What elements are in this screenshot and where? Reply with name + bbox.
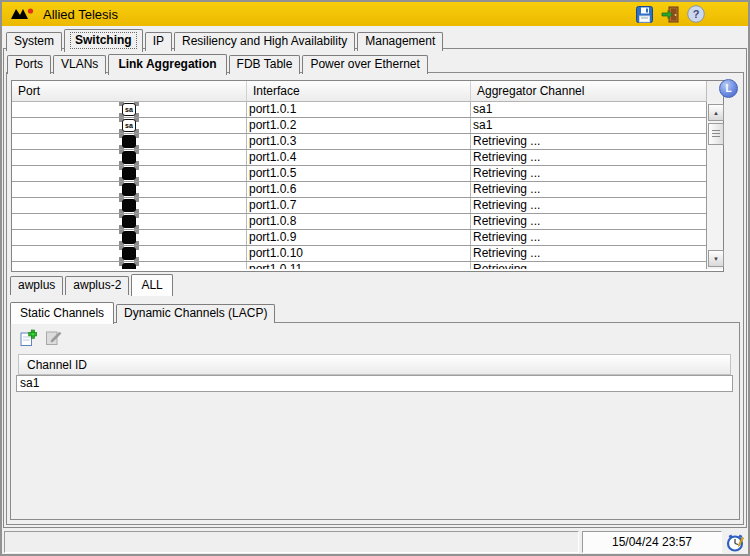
save-icon: [635, 5, 654, 24]
interface-cell: port1.0.11: [247, 262, 471, 269]
legend-button[interactable]: L: [719, 79, 738, 98]
tab-label: awplus-2: [73, 278, 121, 292]
status-message-area: [4, 531, 579, 553]
switching-panel: Ports VLANs Link Aggregation FDB Table P…: [3, 48, 747, 528]
window-title: Allied Telesis: [43, 7, 118, 22]
table-row[interactable]: sa port1.0.1 sa1: [12, 102, 706, 118]
port-cell: [12, 198, 247, 213]
interface-cell: port1.0.10: [247, 246, 471, 261]
interface-cell: port1.0.5: [247, 166, 471, 181]
sa-port-icon: sa: [119, 102, 139, 117]
tab-label: Management: [365, 34, 435, 48]
interface-cell: port1.0.6: [247, 182, 471, 197]
port-table: Port Interface Aggregator Channel sa por…: [11, 80, 724, 272]
stack-tab-bar: awplus awplus-2 ALL: [10, 274, 175, 295]
tab-management[interactable]: Management: [357, 32, 443, 51]
edit-channel-icon: [44, 329, 62, 347]
port-cell: [12, 214, 247, 229]
table-row[interactable]: port1.0.4 Retrieving ...: [12, 150, 706, 166]
column-header-channel-id: Channel ID: [18, 354, 731, 375]
table-row[interactable]: port1.0.3 Retrieving ...: [12, 134, 706, 150]
scrollbar-thumb[interactable]: [708, 123, 724, 145]
table-row[interactable]: sa port1.0.2 sa1: [12, 118, 706, 134]
tab-awplus-2[interactable]: awplus-2: [65, 276, 129, 295]
tab-fdb-table[interactable]: FDB Table: [229, 55, 301, 74]
port-cell: [12, 166, 247, 181]
scroll-down-button[interactable]: ▼: [708, 250, 724, 267]
channel-cell: Retrieving ...: [471, 214, 706, 229]
port-icon-label: [122, 247, 136, 260]
channel-table: Channel ID sa1: [16, 354, 733, 392]
channel-row[interactable]: sa1: [16, 375, 733, 392]
port-icon: [119, 134, 139, 149]
port-icon-label: [122, 215, 136, 228]
table-row[interactable]: port1.0.5 Retrieving ...: [12, 166, 706, 182]
main-tab-bar: System Switching IP Resiliency and High …: [6, 29, 445, 51]
port-icon: [119, 182, 139, 197]
status-datetime: 15/04/24 23:57: [582, 531, 722, 553]
save-button[interactable]: [634, 4, 654, 24]
port-cell: [12, 182, 247, 197]
port-icon-label: sa: [122, 103, 136, 116]
table-row[interactable]: port1.0.11 Retrieving ...: [12, 262, 706, 269]
tab-label: Ports: [15, 57, 43, 71]
switching-tab-bar: Ports VLANs Link Aggregation FDB Table P…: [7, 54, 430, 74]
channel-tab-bar: Static Channels Dynamic Channels (LACP): [10, 302, 277, 323]
vertical-scrollbar[interactable]: ▲ ▼: [706, 102, 723, 269]
port-icon: [119, 262, 139, 269]
edit-channel-button[interactable]: [44, 329, 62, 347]
port-cell: [12, 134, 247, 149]
port-cell: [12, 230, 247, 245]
tab-switching[interactable]: Switching: [64, 29, 143, 52]
tab-label: FDB Table: [237, 57, 293, 71]
add-channel-button[interactable]: [19, 329, 37, 347]
port-icon: [119, 198, 139, 213]
statusbar: 15/04/24 23:57: [3, 531, 747, 553]
help-button[interactable]: ?: [686, 4, 706, 24]
channel-cell: sa1: [471, 102, 706, 117]
tab-link-aggregation[interactable]: Link Aggregation: [108, 54, 226, 75]
port-cell: sa: [12, 102, 247, 117]
tab-vlans[interactable]: VLANs: [53, 55, 106, 74]
tab-label: Static Channels: [20, 306, 104, 320]
port-icon-label: [122, 135, 136, 148]
exit-icon: [661, 5, 680, 24]
table-row[interactable]: port1.0.7 Retrieving ...: [12, 198, 706, 214]
port-icon: [119, 166, 139, 181]
port-icon-label: [122, 263, 136, 269]
app-window: Allied Telesis: [0, 0, 750, 556]
tab-dynamic-channels-lacp[interactable]: Dynamic Channels (LACP): [116, 304, 275, 323]
scroll-up-button[interactable]: ▲: [708, 104, 724, 121]
refresh-time-button[interactable]: [725, 531, 746, 553]
port-cell: [12, 262, 247, 269]
port-icon-label: [122, 199, 136, 212]
exit-button[interactable]: [660, 4, 680, 24]
tab-static-channels[interactable]: Static Channels: [10, 302, 114, 324]
table-row[interactable]: port1.0.8 Retrieving ...: [12, 214, 706, 230]
allied-telesis-logo-icon: [10, 7, 36, 22]
clock-icon: [726, 533, 745, 552]
tab-label: IP: [153, 34, 164, 48]
tab-awplus[interactable]: awplus: [10, 276, 63, 295]
interface-cell: port1.0.8: [247, 214, 471, 229]
add-channel-icon: [19, 329, 37, 347]
interface-cell: port1.0.7: [247, 198, 471, 213]
table-row[interactable]: port1.0.9 Retrieving ...: [12, 230, 706, 246]
tab-ports[interactable]: Ports: [7, 55, 51, 74]
link-aggregation-panel: Port Interface Aggregator Channel sa por…: [6, 72, 744, 525]
table-row[interactable]: port1.0.10 Retrieving ...: [12, 246, 706, 262]
table-row[interactable]: port1.0.6 Retrieving ...: [12, 182, 706, 198]
tab-label: VLANs: [61, 57, 98, 71]
tab-ip[interactable]: IP: [145, 32, 172, 51]
sa-port-icon: sa: [119, 118, 139, 133]
channel-cell: Retrieving ...: [471, 182, 706, 197]
port-icon: [119, 230, 139, 245]
tab-power-over-ethernet[interactable]: Power over Ethernet: [302, 55, 427, 74]
port-icon: [119, 214, 139, 229]
tab-all[interactable]: ALL: [131, 274, 172, 296]
tab-label: Switching: [70, 32, 137, 49]
tab-system[interactable]: System: [6, 32, 62, 51]
tab-label: Resiliency and High Availability: [182, 34, 347, 48]
tab-resiliency[interactable]: Resiliency and High Availability: [174, 32, 355, 51]
tab-label: System: [14, 34, 54, 48]
